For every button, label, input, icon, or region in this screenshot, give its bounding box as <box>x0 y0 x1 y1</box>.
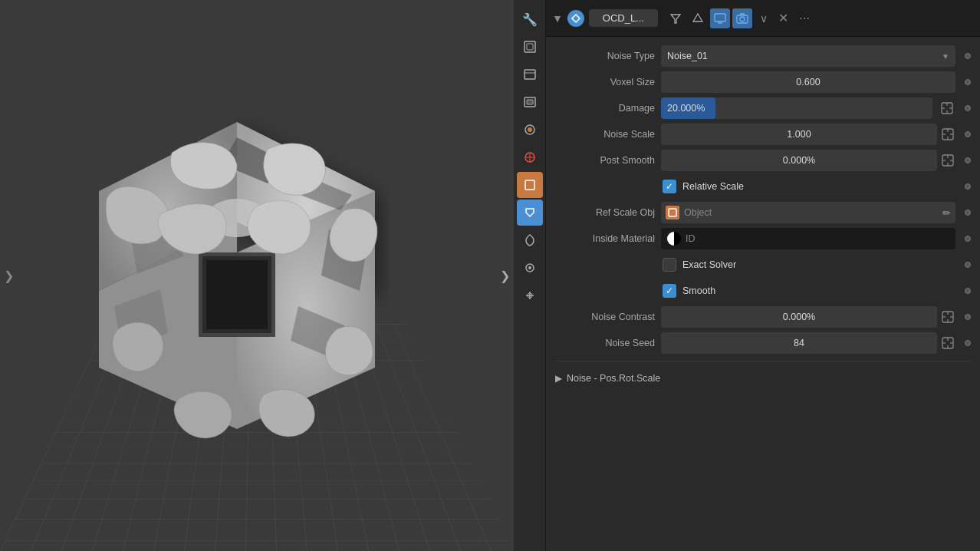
ref-scale-obj-value: Object <box>684 207 712 218</box>
panel-header: ▼ OCD_L... <box>546 0 980 37</box>
sidebar-icon-constraints[interactable] <box>517 282 543 308</box>
noise-contrast-field[interactable]: 0.000% <box>661 306 937 328</box>
noise-pos-rot-scale-arrow: ▶ <box>555 373 562 384</box>
noise-scale-crosshair-icon[interactable] <box>940 127 955 142</box>
post-smooth-label: Post Smooth <box>555 155 655 166</box>
svg-rect-25 <box>525 180 534 190</box>
noise-seed-dot[interactable] <box>965 340 971 346</box>
svg-point-21 <box>528 127 532 132</box>
noise-seed-crosshair-icon[interactable] <box>940 335 955 351</box>
sidebar: 🔧 <box>514 0 546 551</box>
damage-crosshair-icon[interactable] <box>939 100 955 117</box>
inside-material-field[interactable]: ID <box>661 228 955 249</box>
sidebar-icon-render[interactable] <box>517 61 543 87</box>
sidebar-icon-particles[interactable] <box>517 227 543 253</box>
noise-pos-rot-scale-label: Noise - Pos.Rot.Scale <box>567 373 660 384</box>
noise-seed-label: Noise Seed <box>555 338 655 348</box>
noise-type-value: Noise_01 <box>667 51 708 61</box>
svg-rect-15 <box>527 44 533 50</box>
sidebar-icon-modifier[interactable] <box>517 200 543 226</box>
viewport-collapse-button[interactable]: ❯ <box>500 269 510 283</box>
inside-material-row: Inside Material ID <box>555 227 971 250</box>
header-more-button[interactable]: ⋯ <box>796 9 813 28</box>
noise-scale-field[interactable]: 1.000 <box>661 124 937 145</box>
noise-seed-field-wrap: 84 <box>661 332 955 354</box>
header-display-icon[interactable] <box>710 8 730 28</box>
post-smooth-row: Post Smooth 0.000% <box>555 149 971 172</box>
sidebar-icon-world[interactable] <box>517 144 543 170</box>
voxel-size-label: Voxel Size <box>555 77 655 87</box>
svg-marker-13 <box>206 260 268 329</box>
material-sphere-icon <box>667 232 681 246</box>
noise-type-field[interactable]: Noise_01 ▼ <box>661 45 955 67</box>
ref-object-icon <box>666 206 679 219</box>
voxel-size-field[interactable]: 0.600 <box>661 71 955 93</box>
voxel-size-field-wrap: 0.600 <box>661 71 955 93</box>
noise-contrast-label: Noise Contrast <box>555 312 655 322</box>
svg-rect-30 <box>715 14 725 21</box>
damage-value: 20.000% <box>661 103 705 114</box>
3d-viewport[interactable]: ❯ ❯ <box>0 0 514 551</box>
noise-pos-rot-scale-row[interactable]: ▶ Noise - Pos.Rot.Scale <box>555 368 971 389</box>
post-smooth-field[interactable]: 0.000% <box>661 150 937 171</box>
inside-material-value: ID <box>686 233 696 244</box>
header-close-button[interactable]: ✕ <box>775 8 791 28</box>
sidebar-icon-object[interactable] <box>517 172 543 198</box>
sidebar-icon-tools[interactable]: 🔧 <box>517 6 543 32</box>
exact-solver-checkbox[interactable] <box>663 258 676 272</box>
noise-type-dot[interactable] <box>965 53 971 59</box>
voxel-size-dot[interactable] <box>965 79 971 85</box>
sidebar-icon-scene[interactable] <box>517 34 543 60</box>
ref-scale-obj-label: Ref Scale Obj <box>555 207 655 218</box>
properties-content: Noise Type Noise_01 ▼ Voxel Size 0.600 D… <box>546 37 980 397</box>
sidebar-icon-paint[interactable] <box>517 117 543 143</box>
viewport-expand-arrow[interactable]: ❯ <box>4 269 14 283</box>
exact-solver-dot[interactable] <box>965 262 971 268</box>
header-dropdown-arrow[interactable]: ▼ <box>552 12 563 25</box>
noise-scale-field-wrap: 1.000 <box>661 124 955 145</box>
inside-material-label: Inside Material <box>555 233 655 244</box>
smooth-row: ✓ Smooth <box>555 279 971 302</box>
ref-scale-obj-field[interactable]: Object ✏ <box>661 202 955 223</box>
post-smooth-crosshair-icon[interactable] <box>940 153 955 168</box>
noise-contrast-row: Noise Contrast 0.000% <box>555 305 971 328</box>
noise-seed-row: Noise Seed 84 <box>555 332 971 355</box>
header-modifier-icon <box>567 10 584 27</box>
noise-scale-dot[interactable] <box>965 131 971 137</box>
damage-row: Damage 20.000% <box>555 97 971 120</box>
smooth-dot[interactable] <box>965 288 971 294</box>
ref-scale-obj-dot[interactable] <box>965 210 971 216</box>
relative-scale-label: Relative Scale <box>682 181 744 192</box>
smooth-label: Smooth <box>682 285 715 296</box>
ref-scale-obj-row: Ref Scale Obj Object ✏ <box>555 201 971 224</box>
inside-material-dot[interactable] <box>965 236 971 242</box>
noise-type-label: Noise Type <box>555 51 655 61</box>
damage-dot[interactable] <box>965 105 971 111</box>
damage-field[interactable]: 20.000% <box>661 97 932 119</box>
3d-object-cube <box>38 76 436 475</box>
post-smooth-field-wrap: 0.000% <box>661 150 955 171</box>
noise-contrast-dot[interactable] <box>965 314 971 320</box>
relative-scale-dot[interactable] <box>965 183 971 190</box>
header-camera-icon[interactable] <box>732 8 752 28</box>
noise-contrast-crosshair-icon[interactable] <box>940 309 955 325</box>
noise-scale-label: Noise Scale <box>555 129 655 140</box>
post-smooth-dot[interactable] <box>965 157 971 163</box>
svg-rect-19 <box>527 100 533 104</box>
header-icon-group <box>666 8 752 28</box>
header-vertex-icon[interactable] <box>688 8 708 28</box>
smooth-checkbox[interactable]: ✓ <box>663 284 676 298</box>
noise-seed-field[interactable]: 84 <box>661 332 937 354</box>
eyedropper-icon[interactable]: ✏ <box>942 207 951 219</box>
exact-solver-label: Exact Solver <box>682 259 736 270</box>
sidebar-icon-physics[interactable] <box>517 255 543 281</box>
sidebar-icon-output[interactable] <box>517 89 543 115</box>
relative-scale-row: ✓ Relative Scale <box>555 175 971 198</box>
svg-rect-14 <box>525 41 535 52</box>
header-object-name[interactable]: OCD_L... <box>589 9 658 27</box>
damage-label: Damage <box>555 103 655 114</box>
header-filter-icon[interactable] <box>666 8 686 28</box>
header-chevron-icon[interactable]: ∨ <box>757 9 771 28</box>
svg-rect-50 <box>669 209 676 216</box>
relative-scale-checkbox[interactable]: ✓ <box>663 180 676 193</box>
